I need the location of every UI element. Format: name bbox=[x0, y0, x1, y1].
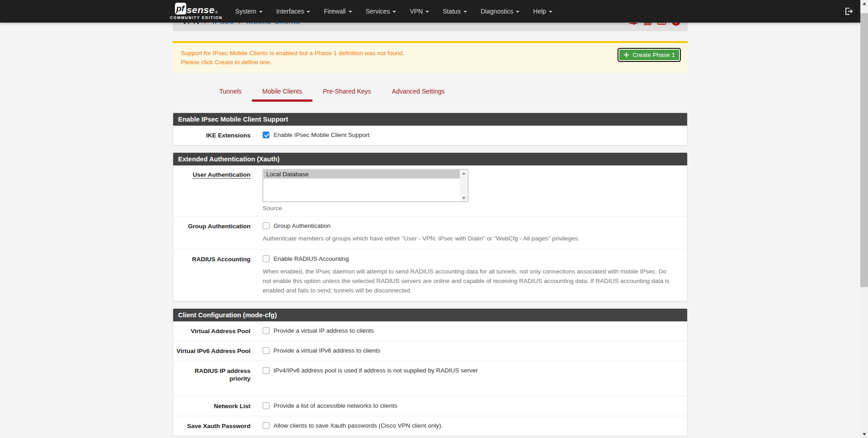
nav-menu-label: Firewall bbox=[324, 8, 345, 15]
logo-pf: pf bbox=[175, 3, 186, 14]
caret-down-icon bbox=[463, 11, 467, 13]
caret-down-icon bbox=[516, 11, 519, 13]
field-help-text: Source bbox=[263, 205, 676, 212]
tab-mobile-clients[interactable]: Mobile Clients bbox=[252, 87, 312, 102]
field-label: Group Authentication bbox=[173, 222, 259, 230]
plus-icon bbox=[623, 52, 629, 58]
section-enable-mobile-client: Enable IPsec Mobile Client Support IKE E… bbox=[173, 113, 688, 146]
nav-right-group bbox=[844, 7, 853, 16]
virtual-address-pool-checkbox[interactable] bbox=[263, 327, 269, 334]
page-scrollbar[interactable] bbox=[860, 0, 868, 438]
field-label: User Authentication bbox=[173, 169, 259, 179]
warning-line-2: Please click Create to define one. bbox=[181, 58, 679, 67]
scrollbar-down-icon[interactable] bbox=[860, 431, 868, 438]
warning-alert: Support for IPsec Mobile Clients is enab… bbox=[173, 41, 688, 73]
row-virtual-address-pool: Virtual Address Pool Provide a virtual I… bbox=[173, 321, 687, 341]
nav-menu-vpn[interactable]: VPN bbox=[403, 0, 436, 23]
sign-out-icon[interactable] bbox=[844, 7, 853, 16]
section-title: Extended Authentication (Xauth) bbox=[173, 153, 687, 165]
create-phase1-button[interactable]: Create Phase 1 bbox=[618, 48, 681, 62]
scroll-up-icon[interactable] bbox=[460, 170, 467, 176]
row-radius-accounting: RADIUS Accounting Enable RADIUS Accounti… bbox=[173, 250, 687, 301]
nav-menu-label: Services bbox=[366, 8, 390, 15]
tab-label: Pre-Shared Keys bbox=[323, 88, 371, 95]
tab-advanced-settings[interactable]: Advanced Settings bbox=[382, 87, 455, 102]
caret-down-icon bbox=[307, 11, 310, 13]
listbox-scrollbar[interactable] bbox=[460, 170, 467, 201]
row-virtual-ipv6-address-pool: Virtual IPv6 Address Pool Provide a virt… bbox=[173, 341, 687, 361]
nav-menu-label: Interfaces bbox=[276, 8, 304, 15]
radius-ip-priority-checkbox[interactable] bbox=[263, 367, 269, 374]
field-label: Save Xauth Password bbox=[173, 422, 259, 430]
row-radius-ip-priority: RADIUS IP address priority IPv4/IPv6 add… bbox=[173, 361, 687, 396]
nav-menu-interfaces[interactable]: Interfaces bbox=[269, 0, 317, 23]
section-title: Enable IPsec Mobile Client Support bbox=[173, 113, 687, 126]
network-list-checkbox[interactable] bbox=[263, 402, 269, 409]
row-network-list: Network List Provide a list of accessibl… bbox=[173, 396, 687, 416]
scrollbar-thumb[interactable] bbox=[860, 13, 868, 287]
section-title: Client Configuration (mode-cfg) bbox=[173, 309, 687, 321]
caret-down-icon bbox=[392, 11, 396, 13]
ipsec-tabs: Tunnels Mobile Clients Pre-Shared Keys A… bbox=[209, 87, 688, 102]
section-extended-authentication: Extended Authentication (Xauth) User Aut… bbox=[173, 152, 688, 301]
caret-down-icon bbox=[349, 11, 352, 13]
nav-menu-system[interactable]: System bbox=[228, 0, 269, 23]
tab-label: Advanced Settings bbox=[392, 88, 445, 95]
listbox-option-selected[interactable]: Local Database bbox=[264, 170, 460, 179]
top-navbar: pf sense ® COMMUNITY EDITION System Inte… bbox=[0, 0, 860, 23]
warning-line-1: Support for IPsec Mobile Clients is enab… bbox=[181, 49, 679, 58]
checkbox-label[interactable]: IPv4/IPv6 address pool is used if addres… bbox=[274, 367, 478, 374]
row-user-authentication: User Authentication Local Database Sourc… bbox=[173, 165, 687, 217]
caret-down-icon bbox=[425, 11, 429, 13]
tab-pre-shared-keys[interactable]: Pre-Shared Keys bbox=[312, 87, 382, 102]
field-label: Virtual Address Pool bbox=[173, 327, 259, 335]
scrollbar-up-icon[interactable] bbox=[860, 0, 868, 7]
nav-menu-firewall[interactable]: Firewall bbox=[317, 0, 359, 23]
checkbox-label[interactable]: Provide a list of accessible networks to… bbox=[274, 402, 397, 410]
logo-registered-mark: ® bbox=[215, 10, 218, 14]
section-client-configuration: Client Configuration (mode-cfg) Virtual … bbox=[173, 308, 688, 436]
field-help-text: Authenticate members of groups which hav… bbox=[263, 234, 676, 243]
row-ike-extensions: IKE Extensions Enable IPsec Mobile Clien… bbox=[173, 126, 687, 145]
checkbox-label[interactable]: Provide a virtual IP address to clients bbox=[274, 327, 374, 334]
caret-down-icon bbox=[259, 11, 263, 13]
ike-extensions-checkbox[interactable] bbox=[263, 132, 269, 138]
pfsense-logo-row: pf sense ® bbox=[175, 3, 218, 14]
field-label: RADIUS Accounting bbox=[173, 255, 259, 263]
nav-menu-help[interactable]: Help bbox=[526, 0, 559, 23]
row-save-xauth-password: Save Xauth Password Allow clients to sav… bbox=[173, 416, 687, 436]
pfsense-page: pf sense ® COMMUNITY EDITION System Inte… bbox=[0, 0, 868, 438]
tab-label: Tunnels bbox=[219, 88, 241, 95]
field-help-text: When enabled, the IPsec daemon will atte… bbox=[263, 267, 676, 295]
save-xauth-password-checkbox[interactable] bbox=[263, 422, 269, 429]
nav-menu-label: Diagnostics bbox=[481, 8, 513, 15]
nav-menu-bar: System Interfaces Firewall Services VPN … bbox=[228, 0, 559, 23]
scroll-down-icon[interactable] bbox=[460, 195, 467, 201]
nav-menu-diagnostics[interactable]: Diagnostics bbox=[474, 0, 526, 23]
field-label: Network List bbox=[173, 402, 259, 410]
tab-label: Mobile Clients bbox=[262, 88, 302, 95]
group-authentication-checkbox[interactable] bbox=[263, 222, 269, 229]
field-label: IKE Extensions bbox=[173, 131, 259, 139]
caret-down-icon bbox=[549, 11, 552, 13]
tab-tunnels[interactable]: Tunnels bbox=[209, 87, 252, 102]
main-content: VPN / IPsec / Mobile Clients bbox=[173, 11, 688, 436]
nav-menu-label: Help bbox=[533, 8, 546, 15]
nav-menu-services[interactable]: Services bbox=[359, 0, 403, 23]
create-phase1-label: Create Phase 1 bbox=[632, 52, 675, 58]
checkbox-label[interactable]: Allow clients to save Xauth passwords (C… bbox=[274, 422, 443, 429]
checkbox-label[interactable]: Enable RADIUS Accounting bbox=[274, 255, 349, 263]
checkbox-label[interactable]: Enable IPsec Mobile Client Support bbox=[274, 131, 369, 139]
field-label: Virtual IPv6 Address Pool bbox=[173, 347, 259, 355]
field-label: RADIUS IP address priority bbox=[173, 367, 259, 382]
radius-accounting-checkbox[interactable] bbox=[263, 255, 269, 262]
checkbox-label[interactable]: Group Authentication bbox=[274, 222, 330, 230]
checkbox-label[interactable]: Provide a virtual IPv6 address to client… bbox=[274, 347, 380, 354]
nav-menu-status[interactable]: Status bbox=[436, 0, 474, 23]
nav-menu-label: Status bbox=[443, 8, 461, 15]
nav-menu-label: System bbox=[235, 8, 256, 15]
user-authentication-listbox[interactable]: Local Database bbox=[263, 169, 468, 202]
logo-edition-label: COMMUNITY EDITION bbox=[170, 15, 222, 20]
virtual-ipv6-address-pool-checkbox[interactable] bbox=[263, 347, 269, 354]
pfsense-logo[interactable]: pf sense ® COMMUNITY EDITION bbox=[170, 3, 222, 20]
